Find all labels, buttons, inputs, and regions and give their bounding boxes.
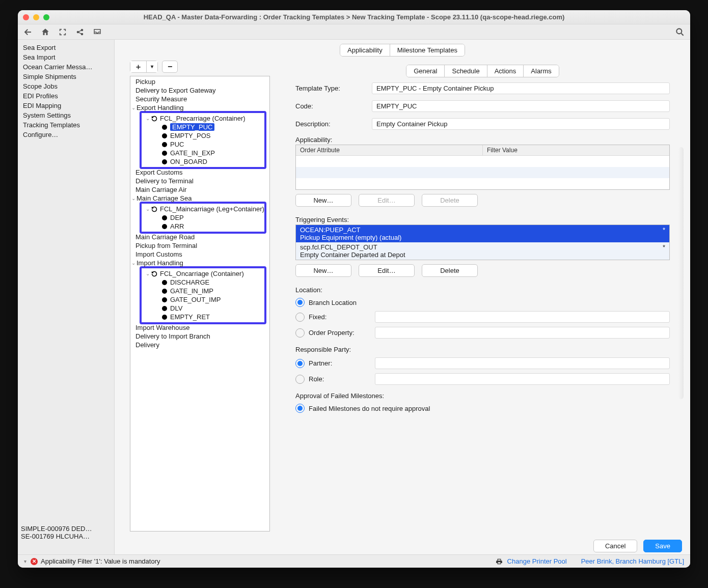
add-dropdown-icon[interactable]: ▾ (146, 61, 157, 72)
tab-schedule[interactable]: Schedule (444, 65, 486, 77)
tree-item[interactable]: Delivery (135, 341, 159, 349)
event-new-button[interactable]: New… (295, 264, 351, 277)
minimize-icon[interactable] (33, 14, 39, 20)
tree-group[interactable]: FCL_Oncarriage (Container) (160, 270, 244, 277)
tree-group[interactable]: FCL_Maincarriage (Leg+Container) (160, 205, 264, 213)
role-select[interactable] (375, 373, 670, 385)
event-row[interactable]: * scp.fcl.FCL_DEPOT_OUT Empty Container … (296, 242, 669, 260)
scrollbar[interactable] (678, 147, 684, 399)
cancel-button[interactable]: Cancel (593, 540, 637, 552)
tree-leaf-selected[interactable]: EMPTY_PUC (170, 123, 214, 131)
radio-partner[interactable] (295, 359, 305, 368)
tree-item[interactable]: Export Handling (137, 104, 184, 111)
close-icon[interactable] (23, 14, 29, 20)
code-field[interactable]: EMPTY_PUC (372, 100, 670, 112)
description-field[interactable]: Empty Container Pickup (372, 118, 670, 130)
radio-role[interactable] (295, 375, 305, 384)
remove-button[interactable]: − (162, 61, 178, 73)
nav-item[interactable]: Simple Shipments (20, 72, 112, 81)
code-label: Code: (295, 102, 372, 110)
tree-item[interactable]: Export Customs (135, 169, 182, 176)
chevron-down-icon[interactable]: ⌄ (130, 260, 137, 266)
partner-input[interactable] (375, 357, 670, 369)
tree-item[interactable]: Main Carriage Road (135, 233, 195, 241)
radio-branch-location[interactable] (295, 298, 305, 307)
event-edit-button[interactable]: Edit… (359, 264, 415, 277)
tree-leaf[interactable]: GATE_IN_IMP (170, 287, 213, 295)
chevron-down-icon[interactable]: ▾ (24, 558, 26, 564)
nav-item[interactable]: Tracking Templates (20, 120, 112, 130)
nav-item[interactable]: EDI Mapping (20, 101, 112, 110)
tree-item[interactable]: Import Customs (135, 250, 182, 258)
search-icon[interactable] (675, 27, 685, 37)
radio-fixed[interactable] (295, 313, 305, 322)
maximize-icon[interactable] (43, 14, 49, 20)
order-property-select[interactable] (375, 327, 670, 339)
tree-item[interactable]: Delivery to Import Branch (135, 332, 210, 340)
tree-leaf[interactable]: EMPTY_POS (170, 132, 210, 139)
triggering-events-list[interactable]: * OCEAN:PUEP_ACT Pickup Equipment (empty… (295, 225, 670, 260)
nav-item[interactable]: Sea Import (20, 52, 112, 62)
tree-item[interactable]: Delivery to Terminal (135, 177, 194, 185)
top-tab-group: Applicability Milestone Templates (340, 44, 465, 57)
recent-item[interactable]: SE-001769 HLCUHA… (21, 533, 112, 540)
tab-general[interactable]: General (406, 65, 444, 77)
tree-leaf[interactable]: GATE_IN_EXP (170, 149, 215, 157)
chevron-down-icon[interactable]: ⌄ (145, 206, 151, 212)
fullscreen-icon[interactable] (58, 27, 68, 37)
user-link[interactable]: Peer Brink, Branch Hamburg [GTL] (581, 557, 684, 565)
tree-leaf[interactable]: ARR (170, 222, 184, 230)
tree-item[interactable]: Main Carriage Sea (137, 194, 192, 202)
applicability-edit-button[interactable]: Edit… (359, 194, 415, 207)
nav-item[interactable]: EDI Profiles (20, 91, 112, 101)
tree-item[interactable]: Security Measure (135, 95, 187, 103)
radio-order-property[interactable] (295, 328, 305, 338)
tree-item[interactable]: Pickup from Terminal (135, 242, 197, 249)
chevron-down-icon[interactable]: ⌄ (130, 105, 137, 110)
nav-item[interactable]: Ocean Carrier Messa… (20, 62, 112, 72)
tree-item[interactable]: Pickup (135, 78, 155, 86)
radio-approval-not-required[interactable] (295, 404, 305, 413)
template-type-field[interactable]: EMPTY_PUC - Empty Container Pickup (372, 82, 670, 94)
change-printer-pool-link[interactable]: Change Printer Pool (507, 557, 567, 565)
tree-leaf[interactable]: DEP (170, 214, 184, 221)
nav-item[interactable]: System Settings (20, 110, 112, 120)
tree-leaf[interactable]: GATE_OUT_IMP (170, 296, 221, 303)
tree-group[interactable]: FCL_Precarriage (Container) (160, 115, 246, 122)
nav-item[interactable]: Configure… (20, 130, 112, 139)
tree-leaf[interactable]: ON_BOARD (170, 158, 207, 165)
tab-applicability[interactable]: Applicability (340, 44, 390, 56)
nav-item[interactable]: Scope Jobs (20, 81, 112, 91)
tree-leaf[interactable]: EMPTY_RET (170, 313, 210, 321)
chevron-down-icon[interactable]: ⌄ (130, 195, 137, 201)
tree-leaf[interactable]: DLV (170, 304, 182, 312)
back-icon[interactable] (23, 27, 33, 37)
tab-actions[interactable]: Actions (487, 65, 524, 77)
tree-leaf[interactable]: DISCHARGE (170, 278, 209, 286)
nav-item[interactable]: Sea Export (20, 43, 112, 52)
tree-item[interactable]: Import Warehouse (135, 324, 189, 331)
fixed-location-input[interactable] (375, 311, 670, 323)
chevron-down-icon[interactable]: ⌄ (145, 271, 151, 276)
chevron-down-icon[interactable]: ⌄ (145, 116, 151, 121)
applicability-delete-button[interactable]: Delete (422, 194, 478, 207)
milestone-tree[interactable]: Pickup Delivery to Export Gateway Securi… (130, 76, 270, 531)
event-row-selected[interactable]: * OCEAN:PUEP_ACT Pickup Equipment (empty… (296, 225, 669, 242)
share-icon[interactable] (75, 27, 85, 37)
responsible-party-label: Responsible Party: (295, 346, 670, 353)
tab-milestone-templates[interactable]: Milestone Templates (390, 44, 465, 56)
event-delete-button[interactable]: Delete (422, 264, 478, 277)
applicability-new-button[interactable]: New… (295, 194, 351, 207)
recent-item[interactable]: SIMPLE-000976 DED… (21, 525, 112, 533)
tree-leaf[interactable]: PUC (170, 141, 184, 148)
save-button[interactable]: Save (643, 540, 682, 552)
applicability-grid[interactable]: Order Attribute Filter Value (295, 145, 670, 190)
home-icon[interactable] (40, 27, 50, 37)
add-button[interactable]: ＋ (130, 61, 146, 72)
printer-icon[interactable] (495, 557, 503, 566)
tree-item[interactable]: Main Carriage Air (135, 186, 186, 193)
tree-item[interactable]: Delivery to Export Gateway (135, 87, 216, 94)
tab-alarms[interactable]: Alarms (523, 65, 558, 77)
tree-item[interactable]: Import Handling (137, 259, 183, 267)
inbox-icon[interactable] (92, 27, 102, 37)
